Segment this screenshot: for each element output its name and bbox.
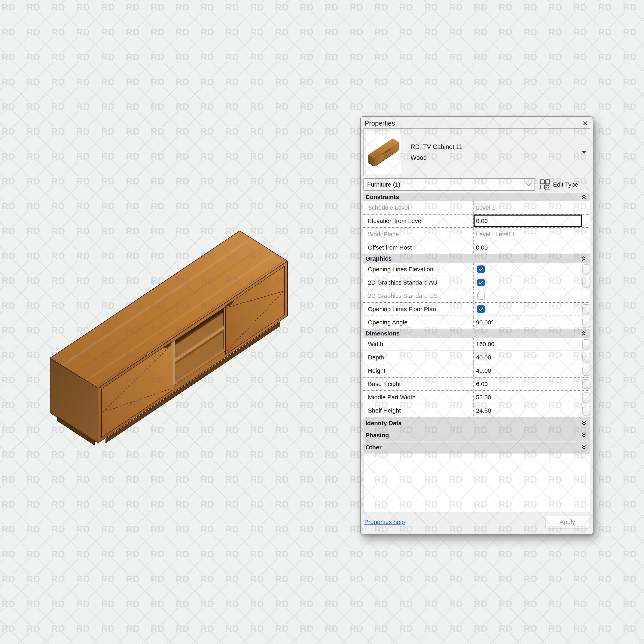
section-title: Dimensions	[365, 330, 400, 337]
edit-type-button[interactable]: Edit Type	[540, 179, 578, 190]
panel-title-bar: Properties ✕	[363, 118, 590, 128]
properties-panel: Properties ✕ RD_TV Cabinet 11 Wood Furni…	[360, 116, 593, 535]
associate-parameter-button[interactable]	[582, 304, 590, 314]
value-text-schedule-level: Level 1	[476, 204, 495, 211]
assoc-cell	[582, 351, 590, 364]
associate-parameter-button[interactable]	[582, 318, 590, 327]
value-text-base-height[interactable]: 6.00	[476, 381, 488, 387]
category-combobox[interactable]: Furniture (1)	[363, 178, 535, 191]
collapse-chevron-icon[interactable]	[581, 255, 587, 262]
value-text-height[interactable]: 40.00	[476, 367, 491, 374]
associate-parameter-button[interactable]	[582, 379, 590, 389]
property-row-base-height: Base Height6.00	[363, 378, 590, 391]
assoc-cell	[582, 391, 590, 404]
assoc-cell	[582, 338, 590, 351]
row-label: Schedule Level	[363, 201, 473, 214]
assoc-cell	[582, 263, 590, 276]
row-value-cell[interactable]: 24.50	[473, 404, 582, 417]
row-label: 2D Graphics Standard AU	[363, 276, 473, 289]
row-label: Opening Lines Floor Plan	[363, 303, 473, 316]
checkbox-opening-lines-floor-plan-checked[interactable]	[477, 305, 485, 313]
associate-parameter-button[interactable]	[582, 392, 590, 402]
value-text-offset-from-host[interactable]: 0.00	[476, 244, 488, 251]
expand-chevron-icon[interactable]	[581, 444, 587, 451]
expand-chevron-icon[interactable]	[581, 432, 587, 439]
edit-type-icon	[540, 179, 551, 190]
type-selector[interactable]: RD_TV Cabinet 11 Wood	[363, 128, 590, 176]
tv-cabinet-render	[49, 229, 289, 446]
property-row-schedule-level: Schedule LevelLevel 1	[363, 201, 590, 215]
row-value-cell[interactable]: 90.00°	[473, 316, 582, 329]
row-value-cell[interactable]: 0.00	[473, 215, 582, 227]
row-label: 2D Graphics Standard US	[363, 289, 473, 302]
section-title: Constraints	[365, 194, 399, 200]
checkbox-2d-graphics-standard-au-checked[interactable]	[477, 279, 485, 286]
properties-help-link[interactable]: Properties help	[364, 519, 405, 525]
row-value-cell[interactable]	[473, 263, 582, 276]
assoc-cell	[582, 316, 590, 329]
type-name-block: RD_TV Cabinet 11 Wood	[411, 131, 462, 174]
value-text-depth[interactable]: 40.00	[476, 354, 491, 361]
row-label: Opening Lines Elevation	[363, 263, 473, 276]
row-value-cell[interactable]: 6.00	[473, 378, 582, 390]
section-header-phasing[interactable]: Phasing	[363, 429, 590, 442]
property-row-opening-lines-elevation: Opening Lines Elevation	[363, 263, 590, 276]
collapse-chevron-icon[interactable]	[581, 194, 587, 200]
apply-button[interactable]: Apply	[545, 516, 589, 528]
assoc-cell	[582, 364, 590, 377]
value-text-width[interactable]: 160.00	[476, 341, 494, 348]
associate-parameter-button[interactable]	[582, 366, 590, 376]
type-dropdown-caret-icon[interactable]	[582, 151, 586, 154]
value-text-opening-angle[interactable]: 90.00°	[476, 319, 493, 326]
expand-chevron-icon[interactable]	[581, 420, 587, 426]
row-label: Offset from Host	[363, 241, 473, 254]
value-text-middle-part-width[interactable]: 53.00	[476, 394, 491, 401]
value-text-work-plane: Level : Level 1	[476, 231, 515, 238]
assoc-cell	[582, 228, 590, 241]
section-title: Identity Data	[365, 420, 402, 427]
property-grid: ConstraintsSchedule LevelLevel 1Elevatio…	[363, 193, 590, 454]
page-title: Properties	[365, 120, 395, 127]
empty-area	[363, 454, 590, 512]
combo-chevron-icon	[525, 183, 531, 186]
assoc-cell	[582, 378, 590, 390]
section-header-other[interactable]: Other	[363, 442, 590, 454]
property-row-middle-part-width: Middle Part Width53.00	[363, 391, 590, 404]
row-value-cell[interactable]	[473, 303, 582, 316]
section-header-constraints[interactable]: Constraints	[363, 193, 590, 201]
section-header-identity-data[interactable]: Identity Data	[363, 417, 590, 429]
property-row-depth: Depth40.00	[363, 351, 590, 364]
row-label: Base Height	[363, 378, 473, 390]
row-value-cell[interactable]	[473, 276, 582, 289]
row-value-cell[interactable]: 40.00	[473, 364, 582, 377]
type-name: RD_TV Cabinet 11	[411, 143, 462, 151]
assoc-cell	[582, 289, 590, 302]
checkbox-opening-lines-elevation-checked[interactable]	[477, 265, 485, 273]
property-row-opening-angle: Opening Angle90.00°	[363, 316, 590, 329]
associate-parameter-button[interactable]	[582, 278, 590, 287]
category-row: Furniture (1) Edit Type	[363, 178, 590, 191]
property-row-elevation-from-level: Elevation from Level0.00	[363, 215, 590, 228]
row-label: Depth	[363, 351, 473, 364]
associate-parameter-button[interactable]	[582, 406, 590, 415]
section-header-dimensions[interactable]: Dimensions	[363, 329, 590, 338]
row-value-cell[interactable]: 0.00	[473, 241, 582, 254]
row-value-cell: Level : Level 1	[473, 228, 582, 241]
associate-parameter-button[interactable]	[582, 339, 590, 349]
property-row-2d-graphics-standard-au: 2D Graphics Standard AU	[363, 276, 590, 289]
row-value-cell[interactable]: 160.00	[473, 338, 582, 351]
section-title: Graphics	[365, 255, 392, 262]
row-value-cell[interactable]: 53.00	[473, 391, 582, 404]
property-row-shelf-height: Shelf Height24.50	[363, 404, 590, 417]
row-value-cell[interactable]: 40.00	[473, 351, 582, 364]
property-row-offset-from-host: Offset from Host0.00	[363, 241, 590, 254]
value-input-elevation-from-level[interactable]: 0.00	[476, 218, 488, 224]
row-label: Work Plane	[363, 228, 473, 241]
collapse-chevron-icon[interactable]	[581, 330, 587, 337]
associate-parameter-button[interactable]	[582, 353, 590, 362]
associate-parameter-button[interactable]	[582, 264, 590, 274]
assoc-cell	[582, 404, 590, 417]
section-header-graphics[interactable]: Graphics	[363, 254, 590, 263]
value-text-shelf-height[interactable]: 24.50	[476, 407, 491, 414]
close-icon[interactable]: ✕	[582, 120, 589, 127]
